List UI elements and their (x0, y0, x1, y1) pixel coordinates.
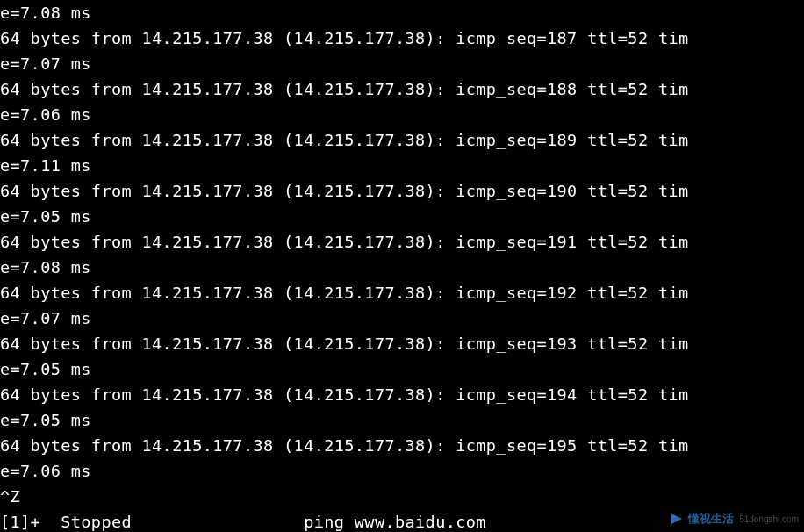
ping-output-wrap: e=7.06 ms (0, 458, 804, 484)
ping-output-line: 64 bytes from 14.215.177.38 (14.215.177.… (0, 280, 804, 306)
watermark-brand: 懂视生活 (688, 511, 734, 527)
ping-output-line: 64 bytes from 14.215.177.38 (14.215.177.… (0, 433, 804, 458)
ping-output-line: 64 bytes from 14.215.177.38 (14.215.177.… (0, 178, 804, 204)
ping-output-wrap: e=7.08 ms (0, 0, 804, 25)
ping-output-line: 64 bytes from 14.215.177.38 (14.215.177.… (0, 25, 804, 51)
watermark: 懂视生活 51dongshi.com (669, 511, 799, 527)
watermark-url: 51dongshi.com (739, 514, 799, 524)
ping-output-line: 64 bytes from 14.215.177.38 (14.215.177.… (0, 76, 804, 102)
ping-output-line: 64 bytes from 14.215.177.38 (14.215.177.… (0, 331, 804, 356)
ping-output-line: 64 bytes from 14.215.177.38 (14.215.177.… (0, 127, 804, 153)
ping-output-line: 64 bytes from 14.215.177.38 (14.215.177.… (0, 229, 804, 255)
watermark-logo-icon (669, 511, 685, 527)
ping-output-wrap: e=7.06 ms (0, 102, 804, 127)
svg-marker-0 (671, 514, 682, 524)
ping-output-wrap: e=7.07 ms (0, 306, 804, 331)
ping-output-wrap: e=7.07 ms (0, 51, 804, 76)
suspend-signal: ^Z (0, 484, 804, 509)
ping-output-wrap: e=7.08 ms (0, 255, 804, 280)
terminal-output[interactable]: e=7.08 ms64 bytes from 14.215.177.38 (14… (0, 0, 804, 532)
ping-output-line: 64 bytes from 14.215.177.38 (14.215.177.… (0, 382, 804, 407)
ping-output-wrap: e=7.05 ms (0, 356, 804, 382)
ping-output-wrap: e=7.05 ms (0, 407, 804, 433)
ping-output-wrap: e=7.11 ms (0, 153, 804, 178)
ping-output-wrap: e=7.05 ms (0, 204, 804, 229)
